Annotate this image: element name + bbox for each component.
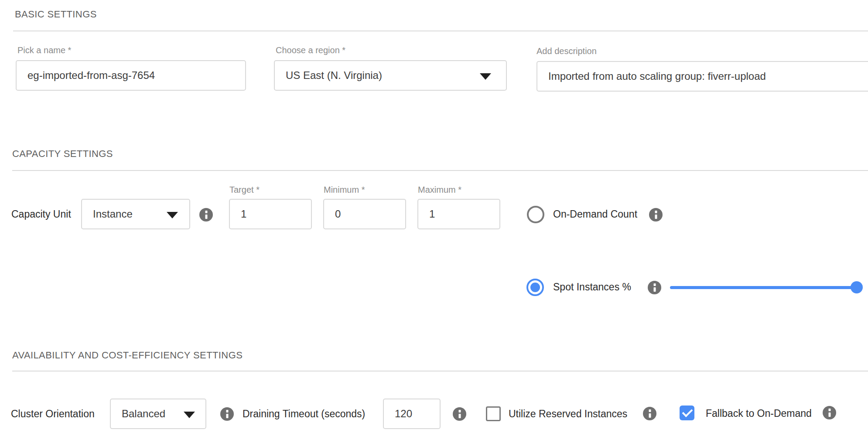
- maximum-input[interactable]: 1: [417, 199, 500, 229]
- cluster-orientation-label: Cluster Orientation: [11, 408, 95, 420]
- capacity-settings-divider: [12, 170, 868, 171]
- region-select-value: US East (N. Virginia): [286, 69, 382, 82]
- maximum-input-value: 1: [429, 208, 435, 220]
- draining-timeout-input[interactable]: 120: [383, 399, 441, 429]
- capacity-unit-label: Capacity Unit: [11, 208, 71, 220]
- availability-settings-title: AVAILABILITY AND COST-EFFICIENCY SETTING…: [12, 350, 243, 361]
- draining-timeout-label: Draining Timeout (seconds): [243, 408, 365, 420]
- target-input[interactable]: 1: [229, 199, 312, 229]
- minimum-input-value: 0: [335, 208, 341, 220]
- fallback-to-on-demand-checkbox[interactable]: [680, 406, 694, 420]
- chevron-down-icon: [480, 73, 491, 80]
- description-input-value: Imported from auto scaling group: fiverr…: [548, 70, 766, 82]
- minimum-input[interactable]: 0: [323, 199, 406, 229]
- target-label: Target *: [229, 185, 260, 195]
- draining-timeout-info-icon[interactable]: [453, 407, 466, 421]
- region-label: Choose a region *: [276, 45, 345, 55]
- chevron-down-icon: [184, 412, 195, 418]
- description-label: Add description: [537, 46, 597, 56]
- maximum-label: Maximum *: [418, 185, 461, 195]
- spot-percentage-slider-thumb[interactable]: [851, 281, 863, 293]
- basic-settings-title: BASIC SETTINGS: [15, 9, 97, 20]
- capacity-settings-title: CAPACITY SETTINGS: [12, 148, 113, 160]
- target-input-value: 1: [241, 208, 246, 220]
- cluster-orientation-select[interactable]: Balanced: [110, 399, 206, 429]
- capacity-unit-select[interactable]: Instance: [81, 199, 190, 229]
- availability-settings-divider: [12, 371, 868, 371]
- fallback-to-on-demand-info-icon[interactable]: [823, 406, 836, 419]
- spot-instances-label: Spot Instances %: [553, 281, 631, 293]
- capacity-unit-info-icon[interactable]: [199, 208, 213, 222]
- minimum-label: Minimum *: [324, 185, 365, 195]
- on-demand-count-radio[interactable]: [527, 206, 544, 223]
- utilize-reserved-instances-label: Utilize Reserved Instances: [509, 408, 627, 420]
- spot-instances-radio[interactable]: [526, 279, 544, 296]
- spot-percentage-slider-track[interactable]: [670, 286, 860, 289]
- region-select[interactable]: US East (N. Virginia): [274, 60, 507, 91]
- chevron-down-icon: [167, 212, 178, 218]
- on-demand-count-info-icon[interactable]: [649, 208, 663, 222]
- basic-settings-divider: [13, 31, 868, 31]
- utilize-reserved-instances-checkbox[interactable]: [486, 406, 501, 421]
- name-input-value: eg-imported-from-asg-7654: [27, 69, 155, 82]
- name-input[interactable]: eg-imported-from-asg-7654: [16, 60, 246, 91]
- capacity-unit-select-value: Instance: [93, 208, 133, 220]
- spot-instances-info-icon[interactable]: [648, 281, 661, 294]
- on-demand-count-label: On-Demand Count: [553, 208, 637, 220]
- draining-timeout-input-value: 120: [395, 408, 412, 420]
- cluster-orientation-select-value: Balanced: [122, 408, 165, 420]
- description-input[interactable]: Imported from auto scaling group: fiverr…: [537, 61, 868, 92]
- utilize-reserved-instances-info-icon[interactable]: [643, 407, 656, 420]
- name-label: Pick a name *: [17, 45, 71, 55]
- fallback-to-on-demand-label: Fallback to On-Demand: [706, 408, 812, 419]
- cluster-orientation-info-icon[interactable]: [220, 407, 234, 421]
